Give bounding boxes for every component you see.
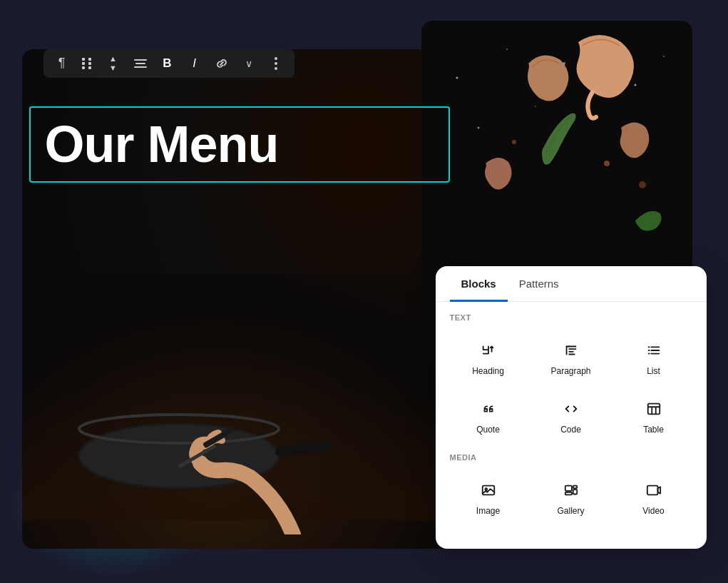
svg-point-13 bbox=[604, 161, 610, 166]
paragraph-block-item[interactable]: Paragraph bbox=[533, 330, 610, 383]
image-block-icon bbox=[478, 480, 498, 500]
italic-icon[interactable]: I bbox=[188, 56, 202, 71]
drag-handle-icon[interactable] bbox=[82, 58, 93, 69]
media-section-label: MEDIA bbox=[450, 453, 692, 462]
transform-icon[interactable]: ▲ ▼ bbox=[106, 56, 121, 71]
quote-block-label: Quote bbox=[476, 425, 500, 435]
text-blocks-grid-row1: Heading Paragraph bbox=[450, 330, 692, 442]
svg-point-9 bbox=[634, 83, 636, 86]
svg-point-7 bbox=[506, 49, 508, 50]
gallery-block-icon bbox=[561, 480, 581, 500]
tab-patterns[interactable]: Patterns bbox=[508, 266, 570, 302]
heading-text: Our Menu bbox=[45, 116, 434, 173]
quote-block-item[interactable]: Quote bbox=[450, 389, 527, 442]
code-block-item[interactable]: Code bbox=[533, 389, 610, 442]
media-blocks-grid: Image Gallery bbox=[450, 470, 692, 523]
heading-block-item[interactable]: Heading bbox=[450, 330, 527, 383]
gallery-block-label: Gallery bbox=[557, 506, 584, 516]
hand-svg-decoration bbox=[93, 392, 307, 534]
chevron-down-icon[interactable]: ∨ bbox=[242, 56, 256, 71]
paragraph-block-icon bbox=[561, 340, 581, 360]
blocks-content: TEXT Heading bbox=[436, 302, 707, 549]
table-block-icon bbox=[644, 399, 664, 419]
editor-toolbar: ¶ ▲ ▼ B I ∨ bbox=[43, 49, 294, 78]
list-block-item[interactable]: List bbox=[615, 330, 692, 383]
svg-rect-28 bbox=[565, 485, 571, 490]
gallery-block-item[interactable]: Gallery bbox=[533, 470, 610, 523]
text-section-label: TEXT bbox=[450, 313, 692, 322]
paragraph-block-label: Paragraph bbox=[550, 366, 590, 376]
svg-point-14 bbox=[512, 140, 516, 144]
svg-point-12 bbox=[477, 126, 479, 128]
image-block-item[interactable]: Image bbox=[450, 470, 527, 523]
list-block-label: List bbox=[647, 366, 660, 376]
paragraph-icon[interactable]: ¶ bbox=[55, 56, 69, 71]
align-icon[interactable] bbox=[133, 56, 148, 71]
svg-point-11 bbox=[535, 106, 536, 107]
video-block-icon bbox=[644, 480, 664, 500]
more-options-icon[interactable] bbox=[269, 56, 283, 71]
svg-rect-31 bbox=[565, 492, 571, 495]
video-block-label: Video bbox=[642, 506, 664, 516]
link-icon[interactable] bbox=[215, 56, 229, 71]
heading-block-icon bbox=[478, 340, 498, 360]
svg-rect-30 bbox=[573, 490, 577, 494]
code-block-label: Code bbox=[560, 425, 581, 435]
tab-blocks[interactable]: Blocks bbox=[450, 266, 508, 302]
scene: ¶ ▲ ▼ B I ∨ bbox=[22, 21, 707, 563]
code-block-icon bbox=[561, 399, 581, 419]
svg-point-6 bbox=[456, 76, 458, 78]
svg-point-27 bbox=[485, 488, 487, 490]
svg-rect-29 bbox=[573, 485, 577, 488]
blocks-panel: Blocks Patterns TEXT Heading bbox=[436, 266, 707, 549]
heading-block-label: Heading bbox=[472, 366, 504, 376]
bold-icon[interactable]: B bbox=[160, 56, 175, 71]
image-block-label: Image bbox=[476, 506, 500, 516]
svg-rect-32 bbox=[647, 485, 657, 495]
svg-point-10 bbox=[663, 56, 665, 57]
svg-rect-22 bbox=[647, 403, 660, 414]
blocks-tabs: Blocks Patterns bbox=[436, 266, 707, 302]
heading-editor-block[interactable]: Our Menu bbox=[29, 106, 450, 183]
table-block-label: Table bbox=[643, 425, 664, 435]
list-block-icon bbox=[644, 340, 664, 360]
table-block-item[interactable]: Table bbox=[615, 389, 692, 442]
svg-point-15 bbox=[639, 181, 646, 188]
quote-block-icon bbox=[478, 399, 498, 419]
video-block-item[interactable]: Video bbox=[615, 470, 692, 523]
